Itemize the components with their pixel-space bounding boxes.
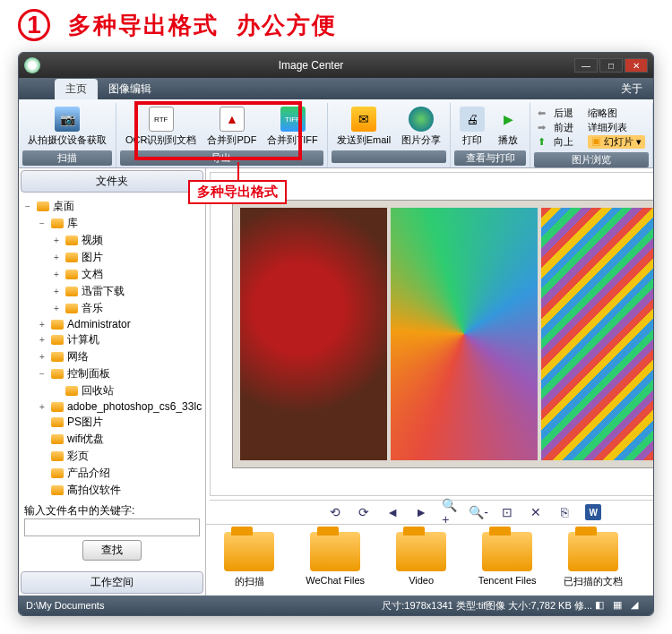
rotate-right-icon[interactable]: ⟳ — [356, 504, 372, 520]
expand-icon[interactable]: + — [51, 304, 62, 313]
prev-icon[interactable]: ◄ — [384, 504, 401, 520]
folder-icon — [224, 532, 274, 571]
tree-item[interactable]: PS图片 — [22, 414, 202, 431]
status-path: D:\My Documents — [26, 600, 104, 611]
rotate-left-icon[interactable]: ⟲ — [327, 504, 343, 520]
pdf-icon: ▲ — [220, 107, 245, 132]
tab-about[interactable]: 关于 — [610, 79, 653, 99]
email-button[interactable]: ✉ 发送到Email — [332, 105, 397, 149]
tab-image-edit[interactable]: 图像编辑 — [98, 79, 162, 99]
expand-icon[interactable]: + — [37, 352, 47, 362]
word-icon[interactable]: W — [585, 504, 601, 520]
share-button[interactable]: 图片分享 — [396, 105, 446, 149]
folder-thumb[interactable]: WeChat Files — [299, 532, 371, 588]
tree-item[interactable]: −控制面板 — [22, 365, 202, 382]
folder-icon — [50, 400, 65, 413]
expand-icon[interactable] — [37, 451, 47, 461]
zoom-out-icon[interactable]: 🔍- — [470, 504, 487, 520]
tree-item[interactable]: 高拍仪软件 — [22, 482, 202, 498]
search-button[interactable]: 查找 — [82, 540, 142, 561]
image-preview[interactable] — [210, 172, 653, 496]
view-details[interactable]: 详细列表 — [588, 121, 645, 134]
expand-icon[interactable]: + — [37, 402, 47, 412]
minimize-button[interactable]: ― — [574, 58, 598, 73]
ocr-icon: RTF — [149, 107, 174, 132]
user-icon — [50, 318, 65, 330]
nav-up[interactable]: ⬆向上 — [538, 135, 573, 149]
tree-item[interactable]: −桌面 — [22, 198, 202, 215]
expand-icon[interactable] — [37, 485, 47, 495]
folders-panel-header[interactable]: 文件夹 — [21, 170, 203, 193]
folder-thumb[interactable]: 已扫描的文档 — [557, 532, 629, 588]
title-bar[interactable]: Image Center ― □ ✕ — [19, 53, 653, 78]
expand-icon[interactable]: + — [51, 287, 62, 296]
expand-icon[interactable]: + — [51, 253, 62, 262]
expand-icon[interactable]: + — [51, 236, 62, 245]
nav-back[interactable]: ⬅后退 — [538, 107, 573, 120]
zoom-in-icon[interactable]: 🔍+ — [442, 504, 458, 520]
view-slideshow[interactable]: ▣ 幻灯片 ▾ — [588, 135, 645, 149]
group-label-browse: 图片浏览 — [534, 152, 649, 167]
desktop-icon — [36, 201, 50, 213]
expand-icon[interactable]: − — [37, 218, 47, 228]
play-icon: ▶ — [495, 107, 521, 132]
folder-thumb[interactable]: Tencent Files — [471, 532, 543, 588]
net-icon — [50, 351, 65, 364]
promo-banner: 1 多种导出格式办公方便 — [0, 0, 672, 50]
tree-item[interactable]: +图片 — [22, 249, 202, 266]
merge-tiff-button[interactable]: TIFF 合并到TIFF — [262, 105, 323, 149]
folder-thumb[interactable]: 的扫描 — [213, 532, 285, 588]
tree-item[interactable]: +文档 — [22, 266, 202, 283]
nav-forward[interactable]: ➡前进 — [538, 121, 573, 134]
maximize-button[interactable]: □ — [599, 58, 623, 73]
tree-item[interactable]: 产品介绍 — [22, 465, 202, 482]
next-icon[interactable]: ► — [413, 504, 429, 520]
camera-icon: 📷 — [55, 107, 80, 132]
print-button[interactable]: 🖨 打印 — [454, 105, 490, 149]
workspace-panel-header[interactable]: 工作空间 — [21, 571, 203, 594]
status-icon[interactable]: ▦ — [613, 599, 625, 612]
expand-icon[interactable]: + — [51, 270, 62, 279]
expand-icon[interactable] — [37, 434, 47, 444]
expand-icon[interactable] — [51, 386, 62, 396]
tree-item[interactable]: +迅雷下载 — [22, 283, 202, 300]
status-icon[interactable]: ◧ — [595, 599, 607, 612]
merge-pdf-button[interactable]: ▲ 合并到PDF — [202, 105, 262, 149]
view-thumbs[interactable]: 缩略图 — [588, 107, 645, 120]
tree-item[interactable]: +计算机 — [22, 331, 202, 348]
expand-icon[interactable]: − — [37, 369, 47, 379]
folder-icon — [50, 484, 65, 497]
expand-icon[interactable]: − — [22, 201, 33, 211]
close-button[interactable]: ✕ — [625, 58, 648, 73]
tree-item[interactable]: +adobe_photoshop_cs6_33lc — [22, 399, 202, 414]
expand-icon[interactable]: + — [37, 335, 47, 345]
copy-icon[interactable]: ⎘ — [556, 504, 573, 520]
tiff-icon: TIFF — [280, 107, 306, 132]
tree-item[interactable]: +Administrator — [22, 317, 202, 331]
ocr-button[interactable]: RTF OCR识别到文档 — [120, 105, 202, 149]
printer-icon: 🖨 — [460, 107, 485, 132]
resize-grip-icon[interactable]: ◢ — [631, 599, 643, 612]
tree-item[interactable]: wifi优盘 — [22, 431, 202, 448]
dl-icon — [65, 286, 79, 298]
folder-icon — [50, 416, 65, 429]
tree-item[interactable]: +音乐 — [22, 300, 202, 317]
tree-item[interactable]: +网络 — [22, 348, 202, 365]
folder-icon — [310, 532, 360, 571]
expand-icon[interactable] — [37, 468, 47, 478]
capture-button[interactable]: 📷 从拍摄仪设备获取 — [22, 105, 112, 149]
tree-item[interactable]: −库 — [22, 215, 202, 232]
folder-thumb[interactable]: Nimc — [643, 532, 653, 588]
tree-item[interactable]: +视频 — [22, 232, 202, 249]
tree-item[interactable]: 回收站 — [22, 382, 202, 399]
expand-icon[interactable]: + — [37, 320, 47, 330]
play-button[interactable]: ▶ 播放 — [490, 105, 526, 149]
tree-item[interactable]: 彩页 — [22, 448, 202, 465]
search-input[interactable] — [24, 518, 200, 536]
folder-thumb[interactable]: Video — [385, 532, 457, 588]
preview-image — [232, 200, 653, 467]
delete-icon[interactable]: ✕ — [528, 504, 544, 520]
tab-home[interactable]: 主页 — [55, 79, 98, 99]
expand-icon[interactable] — [37, 417, 47, 427]
fit-icon[interactable]: ⊡ — [499, 504, 515, 520]
